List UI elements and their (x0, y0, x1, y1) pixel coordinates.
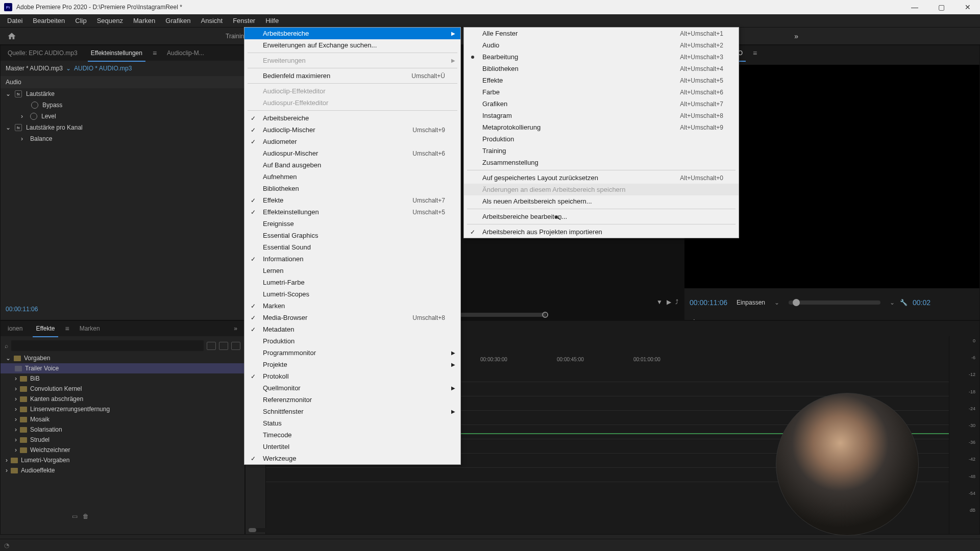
menu-item[interactable]: MetaprotokollierungAlt+Umschalt+9 (464, 121, 739, 133)
menu-item[interactable]: Bedienfeld maximierenUmschalt+Ü (244, 70, 460, 82)
program-timecode-left[interactable]: 00:00:11:06 (690, 298, 727, 307)
menu-item[interactable]: Produktion (244, 335, 460, 347)
chevron-down-icon[interactable]: ⌄ (774, 299, 779, 306)
chevron-down-icon[interactable]: ⌄ (890, 299, 895, 306)
menu-item[interactable]: EffekteAlt+Umschalt+5 (464, 74, 739, 86)
tree-lumetri[interactable]: Lumetri-Vorgaben (21, 457, 69, 464)
menu-item[interactable]: ✓Media-BrowserUmschalt+8 (244, 312, 460, 323)
menu-clip[interactable]: Clip (70, 15, 91, 26)
menu-item[interactable]: GrafikenAlt+Umschalt+7 (464, 98, 739, 110)
menu-item[interactable]: Status (244, 417, 460, 429)
tree-solar[interactable]: Solarisation (30, 426, 62, 433)
stopwatch-icon[interactable] (31, 102, 38, 109)
panel-menu-icon[interactable]: ≡ (153, 49, 157, 57)
scrubber-handle-right[interactable] (542, 312, 548, 318)
expand-icon[interactable]: › (15, 436, 17, 443)
menu-item[interactable]: Auf gespeichertes Layout zurücksetzenAlt… (464, 172, 739, 184)
menu-item[interactable]: ✓Werkzeuge (244, 453, 460, 464)
expand-icon[interactable]: ⌄ (6, 355, 11, 362)
menu-item[interactable]: InstagramAlt+Umschalt+8 (464, 110, 739, 121)
menu-ansicht[interactable]: Ansicht (195, 15, 228, 26)
fx-badge-icon[interactable]: fx (15, 124, 22, 131)
expand-icon[interactable]: › (6, 457, 8, 464)
expand-icon[interactable]: › (15, 395, 17, 403)
menu-item[interactable]: Essential Graphics (244, 230, 460, 241)
workspace-overflow[interactable]: » (787, 29, 806, 43)
menu-datei[interactable]: Datei (2, 15, 28, 26)
program-zoom-slider[interactable] (789, 300, 880, 305)
fx-badge-icon[interactable]: fx (15, 90, 22, 97)
expand-icon[interactable]: › (21, 135, 26, 142)
menu-item[interactable]: ✓EffekteinstellungenUmschalt+5 (244, 206, 460, 218)
menu-item[interactable]: Bibliotheken (244, 183, 460, 194)
expand-icon[interactable]: › (15, 426, 17, 433)
effects-search-input[interactable] (11, 340, 204, 351)
tree-bib[interactable]: BiB (30, 375, 40, 382)
tree-weich[interactable]: Weichzeichner (30, 446, 70, 454)
menu-item[interactable]: Audiospur-MischerUmschalt+6 (244, 147, 460, 159)
tab-effekte[interactable]: Effekte (33, 323, 58, 334)
menu-item[interactable]: FarbeAlt+Umschalt+6 (464, 86, 739, 98)
menu-item[interactable]: ✓Marken (244, 300, 460, 312)
tree-strudel[interactable]: Strudel (30, 436, 50, 443)
menu-item[interactable]: Training (464, 145, 739, 157)
program-fit-dropdown[interactable]: Einpassen (732, 298, 769, 307)
tab-audioclip[interactable]: Audioclip-M... (164, 47, 207, 59)
menu-item[interactable]: Essential Sound (244, 241, 460, 253)
menu-item[interactable]: Arbeitsbereiche bearbeiten... (464, 211, 739, 222)
tab-ionen[interactable]: ionen (5, 323, 26, 334)
filter-box-2[interactable] (219, 342, 228, 350)
slider-handle[interactable] (793, 299, 800, 306)
expand-icon[interactable]: › (15, 446, 17, 454)
menu-item[interactable]: ✓Metadaten (244, 323, 460, 335)
filter-icon[interactable]: ▼ (656, 298, 663, 306)
menu-item[interactable]: Erweiterungen auf Exchange suchen... (244, 39, 460, 51)
expand-icon[interactable]: › (21, 113, 26, 120)
tree-kanten[interactable]: Kanten abschrägen (30, 395, 83, 403)
tab-overflow[interactable]: » (231, 323, 240, 334)
panel-menu-icon[interactable]: ≡ (753, 49, 757, 57)
menu-item[interactable]: Schnittfenster▶ (244, 406, 460, 417)
menu-item[interactable]: ✓Informationen (244, 253, 460, 265)
menu-item[interactable]: Programmmonitor▶ (244, 347, 460, 359)
menu-bearbeiten[interactable]: Bearbeiten (28, 15, 70, 26)
menu-item[interactable]: Lumetri-Scopes (244, 288, 460, 300)
menu-item[interactable]: Projekte▶ (244, 359, 460, 370)
expand-icon[interactable]: › (6, 467, 8, 474)
source-timecode[interactable]: 00:00:11:06 (1, 302, 43, 317)
more-icon[interactable]: » (947, 316, 959, 320)
mark-in-icon[interactable]: { (688, 316, 700, 320)
play-icon[interactable]: ▶ (667, 298, 671, 306)
stopwatch-icon[interactable] (30, 113, 37, 120)
menu-item[interactable]: ✓Arbeitsbereiche (244, 112, 460, 124)
expand-icon[interactable]: › (15, 416, 17, 423)
chevron-down-icon[interactable]: ⌄ (66, 65, 71, 72)
tab-marken[interactable]: Marken (77, 323, 103, 334)
maximize-button[interactable]: ▢ (933, 2, 949, 13)
tree-linsen[interactable]: Linsenverzerrungsentfernung (30, 406, 110, 413)
expand-icon[interactable]: › (15, 375, 17, 382)
menu-marken[interactable]: Marken (128, 15, 160, 26)
tree-audiofx[interactable]: Audioeffekte (21, 467, 55, 474)
menu-sequenz[interactable]: Sequenz (92, 15, 128, 26)
wrench-icon[interactable]: 🔧 (900, 299, 908, 306)
menu-item[interactable]: Quellmonitor▶ (244, 382, 460, 394)
clip-link[interactable]: AUDIO * AUDIO.mp3 (74, 65, 132, 72)
menu-item[interactable]: Zusammenstellung (464, 157, 739, 168)
menu-item[interactable]: Lumetri-Farbe (244, 277, 460, 288)
minimize-button[interactable]: ― (906, 2, 923, 13)
expand-icon[interactable]: ⌄ (6, 124, 11, 131)
menu-item[interactable]: Timecode (244, 429, 460, 441)
new-bin-icon[interactable]: ▭ (72, 513, 78, 520)
expand-icon[interactable]: › (15, 385, 17, 392)
close-button[interactable]: ✕ (960, 2, 976, 13)
menu-item[interactable]: Lernen (244, 265, 460, 277)
menu-item[interactable]: Aufnehmen (244, 171, 460, 183)
menu-item[interactable]: Untertitel (244, 441, 460, 453)
add-icon[interactable]: + (964, 316, 976, 320)
scrollbar-thumb[interactable] (249, 528, 256, 532)
tree-conv[interactable]: Convolution Kernel (30, 385, 82, 392)
tree-trailer[interactable]: Trailer Voice (25, 365, 59, 372)
trash-icon[interactable]: 🗑 (83, 513, 89, 520)
menu-item[interactable]: Arbeitsbereiche▶ (244, 28, 460, 39)
